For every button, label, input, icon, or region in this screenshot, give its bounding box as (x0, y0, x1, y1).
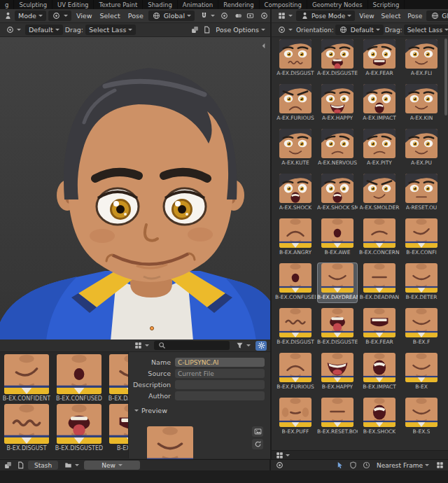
author-field[interactable] (175, 391, 265, 400)
asset-item[interactable]: A-EX.SMOLDER (360, 174, 399, 213)
paste-pose-icon[interactable] (202, 25, 211, 35)
workspace-tab[interactable]: Scripting (368, 0, 405, 9)
falloff-icon[interactable] (274, 461, 284, 470)
editor-type-dropdown[interactable] (274, 10, 295, 21)
asset-item[interactable]: B-EX.CONCERNED (360, 218, 399, 258)
scrollbar[interactable] (444, 38, 447, 115)
asset-item[interactable]: B-EX.CONFUSED (54, 354, 104, 404)
shield-icon[interactable] (348, 461, 358, 470)
active-tool-select[interactable]: Default (25, 24, 63, 35)
asset-item[interactable]: B-EX.FURIOUS (276, 353, 315, 392)
asset-item[interactable]: B-EX (402, 353, 441, 392)
menu-select[interactable]: Select (379, 13, 404, 20)
asset-item[interactable]: B-EX.DISGUSTED (54, 404, 104, 454)
transform-orientation-select[interactable]: Global (148, 10, 195, 21)
drag-mode-select[interactable]: Select Lass (85, 24, 136, 35)
asset-item[interactable]: A-EX.FEAR (360, 39, 399, 78)
workspace-tab[interactable]: g (0, 0, 14, 9)
orientation-select[interactable]: Default (335, 24, 384, 35)
workspace-tab[interactable]: Animation (178, 0, 218, 9)
search-box[interactable] (154, 341, 230, 350)
shelf-display-icon[interactable] (274, 450, 284, 460)
menu-pose[interactable]: Pose (405, 13, 425, 20)
copy-pose-icon[interactable] (190, 25, 200, 35)
asset-item[interactable]: B-EX.DAYDREAM (106, 354, 128, 404)
filter-settings-button[interactable] (255, 341, 267, 351)
asset-item[interactable]: A-EX.HAPPY (318, 84, 357, 123)
transform-orientation-select[interactable]: Global (426, 10, 448, 21)
snap-dropdown[interactable] (197, 10, 217, 21)
asset-item[interactable]: B-EX.DETER (402, 263, 441, 302)
menu-select[interactable]: Select (97, 12, 122, 20)
load-preview-button[interactable] (252, 426, 263, 437)
asset-item[interactable]: B-EX.DISGUST (1, 404, 52, 454)
snap-grid-icon[interactable] (435, 461, 444, 470)
overlays-icon[interactable] (233, 11, 243, 21)
asset-item[interactable]: B-EX.DISGUST (276, 308, 315, 347)
asset-item[interactable]: A-EX.DISGUST (276, 39, 315, 78)
asset-item[interactable]: B-EX.CONFIDENT (1, 354, 52, 404)
asset-item[interactable]: B-EX.AWE (318, 218, 357, 258)
asset-ops-icon[interactable] (3, 461, 13, 470)
falloff-dropdown[interactable] (3, 24, 23, 35)
asset-item[interactable]: B-EX.S (402, 398, 441, 437)
filter-dropdown[interactable] (232, 340, 253, 351)
asset-item[interactable]: B-EX.CONFI (402, 218, 441, 258)
asset-item[interactable]: B-EX.DISGUSTED (318, 308, 357, 347)
asset-item[interactable]: A-EX.FURIOUS (276, 84, 315, 123)
workspace-tab[interactable]: Rendering (218, 0, 259, 9)
catalog-dropdown[interactable] (61, 460, 81, 470)
asset-item[interactable]: B-EX.F (402, 308, 441, 347)
asset-item[interactable]: A-EX.FLI (402, 39, 441, 78)
asset-item[interactable]: A-EX.SHOCK SMIL (318, 174, 357, 213)
asset-item[interactable]: A-EX.PU (402, 129, 441, 168)
asset-item[interactable]: A-EX.KUTE (276, 129, 315, 168)
sidebar-collapse-icon[interactable] (258, 41, 268, 50)
asset-item[interactable]: A-EX.KIN (402, 84, 441, 123)
falloff-dropdown[interactable] (274, 24, 295, 35)
viewport-3d-canvas[interactable] (0, 37, 270, 341)
asset-item[interactable]: B-EX.FEAR (106, 404, 128, 454)
asset-item[interactable]: B-EX.DAYDREAM (318, 263, 357, 302)
asset-item[interactable]: B-EX.FEAR (360, 308, 399, 347)
drag-mode-select[interactable]: Select Lass (404, 24, 448, 35)
asset-item[interactable]: A-EX.IMPACT (360, 84, 399, 123)
menu-view[interactable]: View (356, 13, 377, 20)
description-field[interactable] (175, 380, 265, 389)
asset-item[interactable]: B-EX.PUFF (276, 398, 315, 437)
asset-item[interactable]: B-EX.ANGRY (276, 218, 315, 258)
workspace-tab[interactable]: Texture Paint (94, 0, 143, 9)
stash-button[interactable]: Stash (28, 461, 58, 470)
asset-item[interactable]: B-EX.RESET.BOCA (318, 398, 357, 437)
asset-item[interactable]: A-EX.PITY (360, 129, 399, 168)
asset-item[interactable]: A-EX.DISGUSTED (318, 39, 357, 78)
mode-options-dropdown[interactable] (48, 10, 71, 21)
new-button[interactable]: New (84, 461, 140, 470)
xray-toggle-icon[interactable] (245, 11, 255, 21)
search-input[interactable] (169, 342, 227, 350)
asset-item[interactable]: A-EX.SHOCK (276, 174, 315, 213)
menu-view[interactable]: View (74, 12, 95, 20)
clock-icon[interactable] (361, 461, 371, 470)
active-tool-pointer-icon[interactable] (335, 461, 344, 470)
workspace-tab[interactable]: Geometry Nodes (307, 0, 368, 9)
workspace-tab[interactable]: Compositing (260, 0, 307, 9)
menu-pose[interactable]: Pose (125, 12, 146, 20)
mode-select[interactable]: Pose Mode (296, 10, 355, 21)
asset-item[interactable]: B-EX.IMPACT (360, 353, 399, 392)
asset-item[interactable]: B-EX.DEADPAN (360, 263, 399, 302)
preview-section-header[interactable]: Preview (134, 407, 265, 414)
asset-item[interactable]: B-EX.SHOCK (360, 398, 399, 437)
workspace-tab[interactable]: Shading (143, 0, 178, 9)
nearest-frame-select[interactable]: Nearest Frame (374, 460, 431, 470)
refresh-preview-button[interactable] (252, 439, 263, 449)
proportional-editing-icon[interactable] (219, 11, 229, 21)
pose-options-dropdown[interactable]: Pose Options (214, 24, 267, 35)
workspace-tab[interactable]: Sculpting (14, 0, 52, 9)
display-mode-dropdown[interactable] (131, 340, 151, 351)
shading-mode-dropdown[interactable] (257, 10, 270, 21)
name-field[interactable] (175, 358, 265, 367)
asset-item[interactable]: B-EX.HAPPY (318, 353, 357, 392)
asset-item[interactable]: A-RESET.OU (402, 174, 441, 213)
workspace-tab[interactable]: UV Editing (52, 0, 94, 9)
